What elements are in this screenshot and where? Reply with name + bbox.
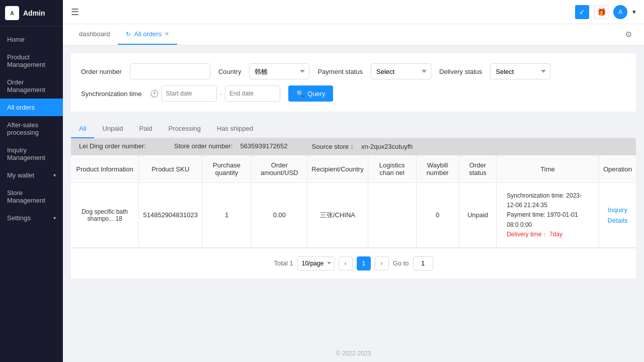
filter-row-2: Synchronization time 🕐 - 🔍 Query xyxy=(81,85,626,102)
date-range: 🕐 - xyxy=(150,85,280,102)
clock-icon: 🕐 xyxy=(150,89,158,98)
sync-time-label: Synchronization time xyxy=(81,90,142,98)
notification-icon[interactable]: ✓ xyxy=(575,5,589,19)
goto-input[interactable] xyxy=(413,256,433,270)
sidebar-item-settings[interactable]: Settings ▾ xyxy=(0,209,63,227)
order-number-input[interactable] xyxy=(130,63,210,79)
country-label: Country xyxy=(218,68,242,75)
status-tab-has-shipped[interactable]: Has shipped xyxy=(209,120,261,138)
order-group-header: Lei Ding order number: Store order numbe… xyxy=(71,138,636,155)
payment-status-label: Payment status xyxy=(317,68,363,75)
col-order-amount: Order amount/USD xyxy=(252,155,307,183)
prev-page-button[interactable]: ‹ xyxy=(339,256,353,270)
topbar-right: ✓ 🎁 A ▾ xyxy=(575,5,636,19)
filter-card: Order number Country 韩雒 中国 美国 Payment st… xyxy=(71,53,636,112)
sidebar-item-my-wallet[interactable]: My wallet ▾ xyxy=(0,166,63,184)
cell-logistics-channel xyxy=(368,183,416,248)
table-row: Dog specific bath shampo... 18 514852904… xyxy=(71,183,636,248)
avatar[interactable]: A xyxy=(613,5,627,19)
user-dropdown[interactable]: ▾ xyxy=(632,8,636,16)
col-order-status: Order status xyxy=(459,155,496,183)
status-tab-paid[interactable]: Paid xyxy=(131,120,160,138)
table-card: Lei Ding order number: Store order numbe… xyxy=(71,138,636,279)
gift-icon[interactable]: 🎁 xyxy=(594,5,608,19)
sidebar-nav: Home Product Management Order Management… xyxy=(0,27,63,362)
sidebar-logo: A xyxy=(5,6,19,20)
tabs-bar: dashboard ↻ All orders ✕ ⚙ xyxy=(63,24,644,45)
inquiry-link[interactable]: Inquiry xyxy=(608,206,627,214)
store-order-label: Store order number: 5635939172652 xyxy=(174,142,292,151)
topbar-left: ☰ xyxy=(71,7,79,18)
sidebar-item-order-management[interactable]: Order Management xyxy=(0,73,63,99)
status-tab-all[interactable]: All xyxy=(71,120,94,138)
order-number-label: Order number xyxy=(81,68,122,75)
sidebar-item-all-orders[interactable]: All orders xyxy=(0,99,63,116)
cell-purchase-qty: 1 xyxy=(202,183,251,248)
sidebar-item-inquiry-management[interactable]: Inquiry Management xyxy=(0,141,63,166)
sidebar-item-store-management[interactable]: Store Management xyxy=(0,184,63,209)
status-tabs: All Unpaid Paid Processing Has shipped xyxy=(71,120,636,138)
tab-all-orders[interactable]: ↻ All orders ✕ xyxy=(118,24,177,45)
col-recipient-country: Recipient/Country xyxy=(307,155,368,183)
tab-dashboard[interactable]: dashboard xyxy=(71,24,118,45)
next-page-button[interactable]: › xyxy=(375,256,389,270)
cell-time: Synchronization time: 2023-12-06 21:24:3… xyxy=(497,183,599,248)
col-waybill-number: Waybill number xyxy=(416,155,459,183)
payment-status-select[interactable]: Select Unpaid Paid xyxy=(371,63,431,79)
details-link[interactable]: Details xyxy=(608,217,628,224)
cell-product-sku: 514852904831023 xyxy=(139,183,202,248)
goto-label: Go to xyxy=(393,259,409,267)
refresh-icon: ↻ xyxy=(126,31,131,38)
col-operation: Operation xyxy=(599,155,636,183)
search-icon: 🔍 xyxy=(296,90,304,98)
delivery-status-select[interactable]: Select Shipped Not shipped xyxy=(490,63,550,79)
sidebar: A Admin Home Product Management Order Ma… xyxy=(0,0,63,362)
sidebar-item-product-management[interactable]: Product Management xyxy=(0,48,63,73)
table-header-row: Product Information Product SKU Purchase… xyxy=(71,155,636,183)
end-date-input[interactable] xyxy=(225,85,280,102)
col-product-sku: Product SKU xyxy=(139,155,202,183)
total-label: Total 1 xyxy=(274,259,293,267)
main-content: ☰ ✓ 🎁 A ▾ dashboard ↻ All orders ✕ ⚙ Ord xyxy=(63,0,644,362)
lei-ding-label: Lei Ding order number: xyxy=(79,142,154,151)
col-product-info: Product Information xyxy=(71,155,139,183)
tab-close-icon[interactable]: ✕ xyxy=(165,31,169,37)
orders-table: Product Information Product SKU Purchase… xyxy=(71,155,636,248)
sidebar-item-home[interactable]: Home xyxy=(0,31,63,48)
cell-order-amount: 0.00 xyxy=(252,183,307,248)
sidebar-title: Admin xyxy=(23,9,45,17)
content-area: Order number Country 韩雒 中国 美国 Payment st… xyxy=(63,45,644,345)
query-button[interactable]: 🔍 Query xyxy=(288,85,333,102)
cell-waybill-number: 0 xyxy=(416,183,459,248)
status-tab-processing[interactable]: Processing xyxy=(160,120,209,138)
col-purchase-qty: Purchase quantity xyxy=(202,155,251,183)
cell-recipient-country: 三张/CHINA xyxy=(307,183,368,248)
pagination: Total 1 10/page 20/page 50/page ‹ 1 › Go… xyxy=(71,248,636,279)
sidebar-item-after-sales[interactable]: After-sales processing xyxy=(0,116,63,141)
hamburger-icon[interactable]: ☰ xyxy=(71,7,79,18)
status-tab-unpaid[interactable]: Unpaid xyxy=(94,120,131,138)
tabs: dashboard ↻ All orders ✕ xyxy=(71,24,177,45)
col-time: Time xyxy=(497,155,599,183)
settings-icon[interactable]: ⚙ xyxy=(621,26,636,43)
sidebar-header: A Admin xyxy=(0,0,63,27)
cell-product-info: Dog specific bath shampo... 18 xyxy=(71,183,139,248)
date-separator: - xyxy=(220,90,222,98)
current-page-number[interactable]: 1 xyxy=(357,256,371,270)
topbar: ☰ ✓ 🎁 A ▾ xyxy=(63,0,644,24)
chevron-down-icon: ▾ xyxy=(53,215,56,221)
chevron-down-icon: ▾ xyxy=(53,172,56,178)
filter-row-1: Order number Country 韩雒 中国 美国 Payment st… xyxy=(81,63,626,79)
cell-order-status: Unpaid xyxy=(459,183,496,248)
delivery-status-label: Delivery status xyxy=(439,68,482,75)
footer: © 2022-2023 xyxy=(63,345,644,362)
cell-operation: Inquiry Details xyxy=(599,183,636,248)
per-page-select[interactable]: 10/page 20/page 50/page xyxy=(297,256,335,270)
start-date-input[interactable] xyxy=(162,85,217,102)
country-select[interactable]: 韩雒 中国 美国 xyxy=(249,63,309,79)
source-store-label: Source store： xn-2qux23cutuyfh xyxy=(312,142,417,151)
col-logistics-channel: Logistics chan nel xyxy=(368,155,416,183)
